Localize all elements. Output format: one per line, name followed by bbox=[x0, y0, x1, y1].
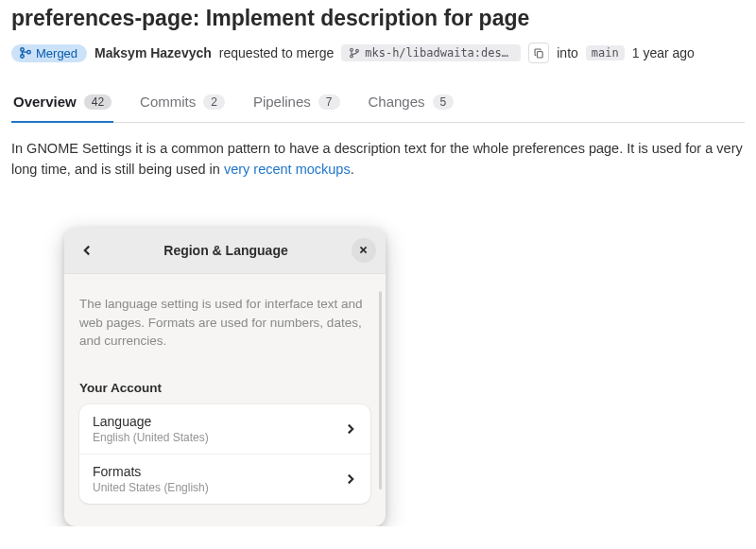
svg-point-5 bbox=[356, 49, 359, 52]
row-title: Language bbox=[93, 414, 209, 429]
merge-icon bbox=[19, 46, 32, 60]
target-branch-pill[interactable]: main bbox=[586, 45, 625, 60]
list-item-language[interactable]: Language English (United States) bbox=[79, 404, 370, 454]
chevron-left-icon bbox=[80, 244, 94, 257]
section-title: Your Account bbox=[79, 381, 370, 395]
back-button[interactable] bbox=[74, 237, 100, 264]
source-branch-label: mks-h/libadwaita:descrip… bbox=[365, 46, 513, 60]
settings-list: Language English (United States) Formats… bbox=[79, 404, 370, 504]
row-title: Formats bbox=[93, 464, 209, 479]
chevron-right-icon bbox=[344, 422, 357, 436]
author-link[interactable]: Maksym Hazevych bbox=[94, 45, 212, 60]
svg-point-4 bbox=[351, 55, 353, 58]
close-button[interactable] bbox=[352, 238, 376, 263]
svg-point-3 bbox=[351, 48, 353, 51]
copy-branch-button[interactable] bbox=[528, 43, 549, 63]
row-subtitle: United States (English) bbox=[93, 481, 209, 494]
into-text: into bbox=[557, 45, 578, 60]
tab-count: 42 bbox=[84, 94, 112, 110]
mockup-header: Region & Language bbox=[64, 228, 386, 274]
desc-text-b: . bbox=[351, 162, 354, 177]
time-ago: 1 year ago bbox=[632, 45, 695, 60]
tab-commits[interactable]: Commits 2 bbox=[138, 84, 227, 123]
mockup-window: Region & Language The language setting i… bbox=[64, 228, 386, 526]
tab-overview[interactable]: Overview 42 bbox=[11, 84, 113, 123]
tab-count: 2 bbox=[203, 94, 225, 110]
mockup-title: Region & Language bbox=[163, 243, 287, 258]
tab-bar: Overview 42 Commits 2 Pipelines 7 Change… bbox=[11, 84, 745, 123]
tab-label: Overview bbox=[13, 94, 77, 110]
action-text: requested to merge bbox=[219, 45, 334, 60]
source-branch-pill[interactable]: mks-h/libadwaita:descrip… bbox=[341, 44, 521, 61]
tab-changes[interactable]: Changes 5 bbox=[367, 84, 456, 123]
tab-count: 5 bbox=[433, 94, 455, 110]
scrollbar[interactable] bbox=[379, 291, 382, 489]
copy-icon bbox=[533, 47, 545, 60]
tab-label: Pipelines bbox=[253, 94, 311, 110]
tab-label: Commits bbox=[140, 94, 196, 110]
tab-count: 7 bbox=[318, 94, 340, 110]
close-icon bbox=[358, 245, 369, 255]
row-subtitle: English (United States) bbox=[93, 431, 209, 444]
status-label: Merged bbox=[36, 46, 77, 60]
svg-rect-6 bbox=[537, 51, 542, 58]
mockup-container: Region & Language The language setting i… bbox=[64, 228, 745, 526]
page-description: The language setting is used for interfa… bbox=[79, 295, 370, 351]
tab-pipelines[interactable]: Pipelines 7 bbox=[251, 84, 342, 123]
mr-meta-row: Merged Maksym Hazevych requested to merg… bbox=[11, 43, 745, 63]
mockup-body: The language setting is used for interfa… bbox=[64, 274, 386, 526]
list-item-formats[interactable]: Formats United States (English) bbox=[79, 454, 370, 504]
svg-point-2 bbox=[27, 50, 31, 54]
chevron-right-icon bbox=[344, 472, 357, 486]
svg-point-0 bbox=[21, 48, 25, 52]
status-badge: Merged bbox=[11, 44, 87, 62]
mockups-link[interactable]: very recent mockups bbox=[224, 162, 351, 177]
desc-text-a: In GNOME Settings it is a common pattern… bbox=[11, 141, 743, 177]
mr-description: In GNOME Settings it is a common pattern… bbox=[11, 138, 745, 180]
branch-icon bbox=[349, 47, 360, 59]
svg-point-1 bbox=[21, 55, 25, 59]
tab-label: Changes bbox=[369, 94, 425, 110]
mr-title: preferences-page: Implement description … bbox=[11, 6, 745, 31]
